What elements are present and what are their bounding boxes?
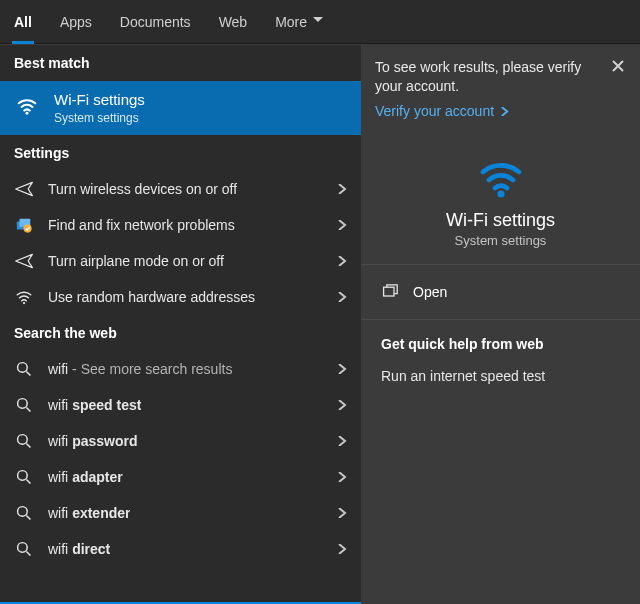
tab-label: Web [219, 14, 248, 30]
web-search-item[interactable]: wifi extender [0, 495, 361, 531]
wifi-icon [14, 287, 34, 307]
item-label: wifi speed test [48, 397, 141, 413]
banner-text: To see work results, please verify your … [375, 58, 600, 96]
tab-documents[interactable]: Documents [106, 0, 205, 44]
tab-label: More [275, 14, 307, 30]
tab-apps[interactable]: Apps [46, 0, 106, 44]
wifi-icon [14, 93, 40, 119]
tab-all[interactable]: All [0, 0, 46, 44]
chevron-right-icon [337, 505, 347, 521]
search-icon [14, 359, 34, 379]
tab-more[interactable]: More [261, 0, 337, 44]
svg-point-8 [18, 471, 28, 481]
detail-sub: System settings [373, 233, 628, 248]
results-panel: Best match Wi-Fi settings System setting… [0, 44, 361, 604]
svg-point-9 [18, 507, 28, 517]
item-label: Turn airplane mode on or off [48, 253, 224, 269]
tab-label: All [14, 14, 32, 30]
help-header: Get quick help from web [361, 320, 640, 362]
chevron-right-icon [337, 361, 347, 377]
svg-point-5 [18, 363, 28, 373]
settings-item-network-troubleshoot[interactable]: Find and fix network problems [0, 207, 361, 243]
open-icon [381, 283, 399, 301]
section-best-match: Best match [0, 45, 361, 81]
section-search-web: Search the web [0, 315, 361, 351]
chevron-right-icon [337, 469, 347, 485]
banner-close-button[interactable] [606, 54, 630, 78]
svg-point-10 [18, 543, 28, 553]
settings-item-airplane-mode[interactable]: Turn airplane mode on or off [0, 243, 361, 279]
best-match-item[interactable]: Wi-Fi settings System settings [0, 81, 361, 135]
best-match-sub: System settings [54, 111, 145, 125]
tab-label: Documents [120, 14, 191, 30]
verify-banner: To see work results, please verify your … [361, 44, 640, 136]
airplane-icon [14, 179, 34, 199]
search-scope-tabs: All Apps Documents Web More [0, 0, 640, 44]
chevron-right-icon [337, 289, 347, 305]
item-label: wifi adapter [48, 469, 123, 485]
tab-label: Apps [60, 14, 92, 30]
open-button[interactable]: Open [361, 265, 640, 320]
detail-header: Wi-Fi settings System settings [361, 136, 640, 265]
chevron-right-icon [337, 397, 347, 413]
chevron-right-icon [337, 433, 347, 449]
item-label: Find and fix network problems [48, 217, 235, 233]
detail-title: Wi-Fi settings [373, 210, 628, 231]
section-settings: Settings [0, 135, 361, 171]
close-icon [612, 60, 624, 72]
help-item-speed-test[interactable]: Run an internet speed test [361, 362, 640, 390]
chevron-right-icon [337, 541, 347, 557]
item-label: wifi password [48, 433, 137, 449]
svg-point-11 [497, 190, 504, 197]
svg-point-0 [26, 112, 29, 115]
best-match-title: Wi-Fi settings [54, 91, 145, 109]
web-search-item[interactable]: wifi password [0, 423, 361, 459]
detail-panel: To see work results, please verify your … [361, 44, 640, 604]
svg-point-7 [18, 435, 28, 445]
svg-point-4 [23, 302, 25, 304]
svg-rect-12 [384, 287, 394, 296]
tab-web[interactable]: Web [205, 0, 262, 44]
web-search-item[interactable]: wifi speed test [0, 387, 361, 423]
svg-point-6 [18, 399, 28, 409]
chevron-down-icon [313, 17, 323, 27]
chevron-right-icon [337, 217, 347, 233]
search-icon [14, 431, 34, 451]
web-search-item[interactable]: wifi direct [0, 531, 361, 567]
item-label: wifi extender [48, 505, 130, 521]
chevron-right-icon [337, 253, 347, 269]
settings-item-wireless-devices[interactable]: Turn wireless devices on or off [0, 171, 361, 207]
chevron-right-icon [337, 181, 347, 197]
best-match-text: Wi-Fi settings System settings [54, 91, 145, 125]
open-label: Open [413, 284, 447, 300]
web-search-item[interactable]: wifi - See more search results [0, 351, 361, 387]
item-label: Turn wireless devices on or off [48, 181, 237, 197]
search-icon [14, 539, 34, 559]
settings-item-random-hw-addresses[interactable]: Use random hardware addresses [0, 279, 361, 315]
troubleshoot-icon [14, 215, 34, 235]
item-label: Use random hardware addresses [48, 289, 255, 305]
chevron-right-icon [500, 107, 509, 116]
item-label: wifi - See more search results [48, 361, 232, 377]
verify-label: Verify your account [375, 102, 494, 121]
web-search-item[interactable]: wifi adapter [0, 459, 361, 495]
airplane-icon [14, 251, 34, 271]
wifi-icon [477, 154, 525, 202]
item-label: wifi direct [48, 541, 110, 557]
search-icon [14, 467, 34, 487]
search-icon [14, 395, 34, 415]
search-icon [14, 503, 34, 523]
verify-account-link[interactable]: Verify your account [375, 102, 509, 121]
